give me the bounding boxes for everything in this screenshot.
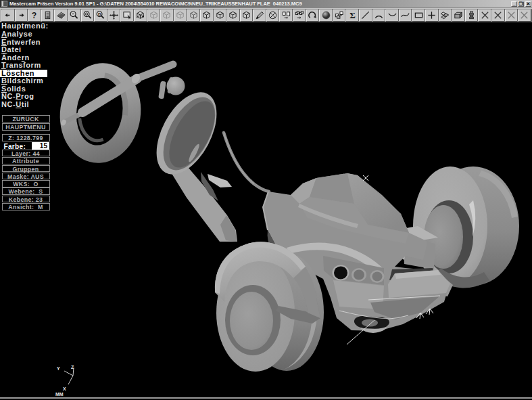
svg-text:?: ? [32,11,37,20]
svg-text:X: X [63,386,66,391]
svg-text:Σ: Σ [349,10,356,20]
svg-text:Z: Z [71,365,74,370]
svg-text:MM: MM [55,392,64,397]
svg-text:Y: Y [57,366,60,371]
svg-text:B: B [98,12,101,17]
